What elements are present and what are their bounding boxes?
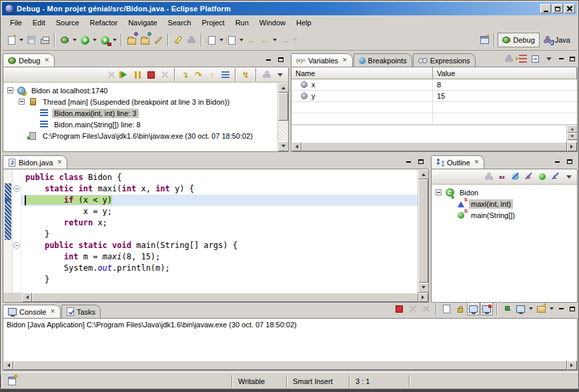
menu-file[interactable]: File [5,17,27,28]
scroll-down-button[interactable] [278,141,288,151]
forward-dropdown[interactable] [292,32,298,48]
open-type-button[interactable] [125,32,138,48]
open-resource-button[interactable] [138,32,151,48]
scroll-up-button[interactable] [278,83,288,93]
scroll-down-button[interactable] [567,133,578,140]
console-terminate-button[interactable] [393,302,406,315]
menu-help[interactable]: Help [291,17,317,28]
step-into-button[interactable]: ↴ [179,68,191,81]
previous-annotation-dropdown[interactable] [238,32,245,48]
menu-window[interactable]: Window [254,17,291,28]
perspective-java[interactable]: J Java [540,33,574,47]
editor-vertical-scrollbar[interactable] [418,169,428,293]
menu-project[interactable]: Project [196,17,229,28]
show-logical-structure-button[interactable] [516,52,528,65]
minimize-view-button[interactable] [556,54,566,64]
close-button[interactable] [564,4,575,13]
remove-terminated-button[interactable] [105,68,117,81]
run-launch-button[interactable] [78,32,91,48]
scrollbar-thumb[interactable] [32,293,418,302]
drop-to-frame-button[interactable] [219,68,231,81]
show-on-stdout-button[interactable] [467,302,480,315]
fold-collapse-icon[interactable] [13,242,20,249]
menu-refactor[interactable]: Refactor [85,17,123,28]
title-bar[interactable]: Debug - Mon projet génial/src/Bidon.java… [2,2,577,15]
hide-static-button[interactable]: S [522,170,535,183]
scroll-up-button[interactable] [567,125,578,133]
debug-view-menu[interactable] [273,68,286,81]
scroll-right-button[interactable] [567,142,577,151]
tree-row[interactable]: Bidon.maxi(int, int) line: 3 [3,107,277,119]
tree-row[interactable]: Smaxi(int, int) [432,198,577,209]
tab-close-icon[interactable]: ✕ [44,57,49,63]
tab-breakpoints[interactable]: Breakpoints [354,53,412,67]
tab-close-icon[interactable]: ✕ [57,159,62,165]
tree-row[interactable]: Bidon at localhost:1740 [3,85,277,96]
tree-row[interactable]: Smain(String[]) [432,209,577,221]
tab-console[interactable]: Console ✕ [3,305,61,318]
maximize-view-button[interactable] [567,304,578,314]
mark-occurrences-button[interactable] [171,32,185,48]
scrollbar-thumb[interactable] [278,93,288,121]
external-tools-dropdown[interactable] [111,32,118,48]
back-button[interactable]: ← [258,32,271,48]
remove-launch-button[interactable] [406,302,419,315]
tab-tasks[interactable]: Tasks [61,305,101,318]
terminate-button[interactable] [145,68,157,81]
search-button[interactable] [151,32,165,48]
new-wizard-button[interactable]: ✦ [5,32,18,48]
maximize-view-button[interactable] [275,55,286,65]
scroll-lock-button[interactable] [454,302,466,315]
remove-all-launches-button[interactable] [420,302,432,315]
minimize-view-button[interactable] [403,157,414,167]
display-console-dropdown[interactable] [528,301,534,317]
collapse-all-button[interactable] [529,52,542,65]
show-type-names-button[interactable] [502,52,515,65]
variables-table[interactable]: x8y15 [292,79,577,125]
debug-vertical-scrollbar[interactable] [277,83,288,151]
tree-row[interactable]: Bidon.main(String[]) line: 8 [3,119,277,130]
minimize-view-button[interactable] [263,55,273,65]
forward-button[interactable]: → [278,32,292,48]
menu-edit[interactable]: Edit [27,17,51,28]
tree-row[interactable]: C:\Program Files\Java\jdk1.6\bin\javaw.e… [3,130,277,141]
open-console-button[interactable]: ✦ [535,302,548,315]
column-header-value[interactable]: Value [433,67,577,79]
perspective-debug[interactable]: Debug [498,33,539,47]
link-with-editor-button[interactable] [482,170,495,183]
show-on-stderr-button[interactable] [480,302,493,315]
scroll-left-button[interactable] [292,142,302,151]
variables-view-menu[interactable] [542,52,555,65]
tree-expander-icon[interactable] [7,87,13,93]
variables-horizontal-scrollbar[interactable] [292,142,577,151]
clear-console-button[interactable] [440,302,453,315]
maximize-button[interactable] [552,4,563,13]
console-output[interactable]: Bidon [Java Application] C:\Program File… [3,319,577,361]
fold-collapse-icon[interactable] [13,185,20,192]
tab-close-icon[interactable]: ✕ [474,159,480,165]
scroll-left-button[interactable] [22,293,32,302]
step-over-button[interactable]: ↷ [192,68,205,81]
console-horizontal-scrollbar[interactable] [3,361,577,370]
scroll-right-button[interactable] [567,361,577,370]
open-console-dropdown[interactable] [548,301,555,317]
maximize-view-button[interactable] [416,157,426,167]
back-dropdown[interactable] [271,32,278,48]
sort-button[interactable]: az [496,170,508,183]
tab-variables[interactable]: (x)= Variables ✕ [291,53,353,67]
maximize-view-button[interactable] [567,54,578,64]
hide-fields-button[interactable] [509,170,522,183]
step-return-button[interactable]: ↑ [205,68,218,81]
debug-launch-button[interactable] [58,32,71,48]
tab-expressions[interactable]: Expressions [413,53,476,67]
previous-annotation-button[interactable]: ↑ [225,32,238,48]
type-hierarchy-button[interactable] [185,32,198,48]
folding-ruler[interactable] [13,169,21,293]
hide-nonpublic-button[interactable] [536,170,548,183]
pin-console-button[interactable] [501,302,514,315]
tab-close-icon[interactable]: ✕ [342,57,348,63]
hide-local-types-button[interactable]: L [549,170,562,183]
use-step-filters-button[interactable]: ↯ [239,68,252,81]
menu-navigate[interactable]: Navigate [123,17,162,28]
scrollbar-thumb[interactable] [302,142,567,151]
